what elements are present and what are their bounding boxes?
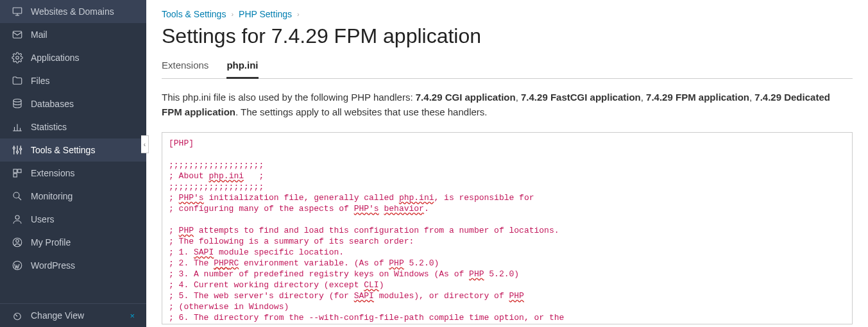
mail-icon xyxy=(12,29,23,40)
sliders-icon xyxy=(12,144,23,156)
sidebar-item-label: WordPress xyxy=(31,260,75,271)
gear-icon xyxy=(12,52,23,63)
sidebar-main: Websites & Domains Mail Applications Fil… xyxy=(0,0,146,303)
magnifier-icon xyxy=(12,190,23,202)
bar-chart-icon xyxy=(12,121,23,133)
sidebar-item-label: My Profile xyxy=(31,237,71,247)
svg-rect-3 xyxy=(13,31,22,38)
sidebar-item-extensions[interactable]: Extensions xyxy=(0,162,146,185)
sidebar-item-label: Extensions xyxy=(31,168,74,178)
sidebar-item-change-view[interactable]: Change View × xyxy=(0,304,146,327)
svg-rect-16 xyxy=(13,169,17,172)
folder-icon xyxy=(12,75,23,87)
svg-point-19 xyxy=(13,192,19,198)
sidebar: Websites & Domains Mail Applications Fil… xyxy=(0,0,146,327)
profile-icon xyxy=(12,237,23,248)
svg-point-13 xyxy=(17,151,19,153)
dial-icon xyxy=(12,310,23,321)
sidebar-item-label: Change View xyxy=(31,310,84,321)
sidebar-item-label: Applications xyxy=(31,53,80,63)
svg-line-20 xyxy=(19,197,21,200)
svg-rect-17 xyxy=(18,169,21,172)
sidebar-item-label: Tools & Settings xyxy=(31,145,95,155)
sidebar-item-label: Statistics xyxy=(31,122,67,132)
svg-point-23 xyxy=(16,240,19,243)
chevron-right-icon: › xyxy=(297,10,300,18)
sidebar-item-my-profile[interactable]: My Profile xyxy=(0,231,146,254)
svg-point-11 xyxy=(13,147,15,149)
sidebar-item-tools-settings[interactable]: Tools & Settings xyxy=(0,138,146,162)
monitor-icon xyxy=(12,6,23,17)
sidebar-item-label: Websites & Domains xyxy=(31,6,114,17)
svg-point-24 xyxy=(13,261,22,270)
breadcrumb-link-tools-settings[interactable]: Tools & Settings xyxy=(162,9,226,19)
sidebar-footer: Change View × xyxy=(0,303,146,327)
sidebar-item-label: Databases xyxy=(31,99,74,109)
svg-rect-18 xyxy=(13,174,17,177)
sidebar-item-applications[interactable]: Applications xyxy=(0,46,146,69)
sidebar-item-websites-domains[interactable]: Websites & Domains xyxy=(0,0,146,23)
page-title: Settings for 7.4.29 FPM application xyxy=(162,24,853,48)
puzzle-icon xyxy=(12,167,23,179)
tab-extensions[interactable]: Extensions xyxy=(162,60,208,79)
close-icon[interactable]: × xyxy=(130,311,135,321)
sidebar-item-label: Users xyxy=(31,214,55,224)
sidebar-collapse-toggle[interactable]: ‹ xyxy=(141,135,149,153)
chevron-right-icon: › xyxy=(231,10,234,18)
php-ini-editor[interactable]: [PHP] ;;;;;;;;;;;;;;;;;;; ; About php.in… xyxy=(162,132,853,324)
sidebar-item-wordpress[interactable]: WordPress xyxy=(0,254,146,277)
user-icon xyxy=(12,214,23,225)
svg-point-21 xyxy=(15,215,19,219)
sidebar-item-label: Files xyxy=(31,76,50,86)
sidebar-item-users[interactable]: Users xyxy=(0,208,146,231)
wordpress-icon xyxy=(12,260,23,271)
tabs: Extensions php.ini xyxy=(162,60,853,79)
breadcrumb-link-php-settings[interactable]: PHP Settings xyxy=(239,9,292,19)
svg-point-15 xyxy=(20,148,22,150)
sidebar-item-monitoring[interactable]: Monitoring xyxy=(0,185,146,208)
sidebar-item-statistics[interactable]: Statistics xyxy=(0,115,146,138)
svg-rect-0 xyxy=(13,8,22,13)
description-text: This php.ini file is also used by the fo… xyxy=(162,90,853,119)
sidebar-item-label: Monitoring xyxy=(31,191,72,201)
sidebar-item-files[interactable]: Files xyxy=(0,69,146,92)
svg-point-5 xyxy=(13,99,21,103)
svg-point-4 xyxy=(16,56,19,60)
tab-php-ini[interactable]: php.ini xyxy=(226,60,258,79)
breadcrumb: Tools & Settings › PHP Settings › xyxy=(162,0,853,24)
sidebar-item-databases[interactable]: Databases xyxy=(0,92,146,115)
sidebar-item-label: Mail xyxy=(31,29,47,40)
svg-line-26 xyxy=(15,315,17,317)
sidebar-item-mail[interactable]: Mail xyxy=(0,23,146,46)
database-icon xyxy=(12,98,23,110)
main-panel: Tools & Settings › PHP Settings › Settin… xyxy=(146,0,868,327)
